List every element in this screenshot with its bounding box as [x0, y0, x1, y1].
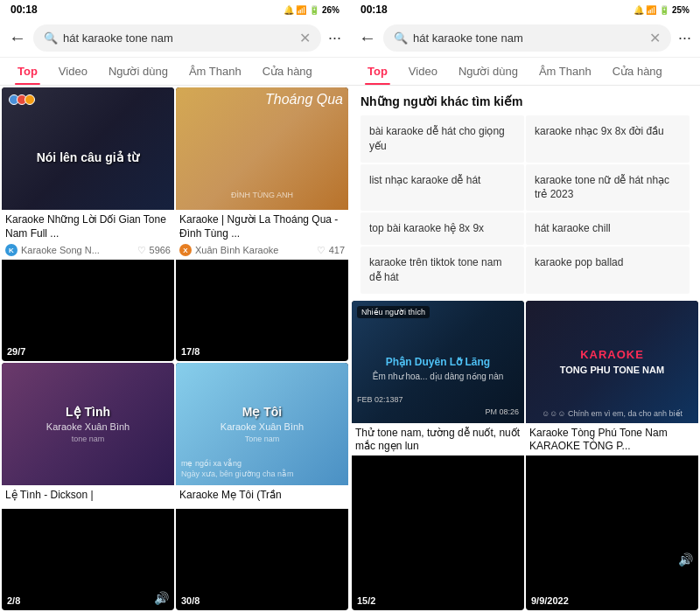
video-title-area-2: Karaoke | Người La Thoáng Qua - Đình Tùn…	[176, 210, 348, 242]
tabs-right: Top Video Người dùng Âm Thanh Cửa hàng	[350, 58, 700, 86]
tab-top-right[interactable]: Top	[357, 58, 398, 85]
thumb-text-r2c: ☺☺☺ Chính em vì em, da cho anh biết	[542, 409, 682, 418]
tab-video-right[interactable]: Video	[398, 58, 448, 85]
heart-icon-1: ♡	[137, 245, 146, 256]
search-query-left: hát karaoke tone nam	[63, 31, 294, 45]
video-title-area-1: Karaoke Những Lời Dối Gian Tone Nam Full…	[2, 210, 174, 242]
search-wrap-right[interactable]: 🔍 hát karaoke tone nam ✕	[383, 24, 671, 52]
search-bar-right: ← 🔍 hát karaoke tone nam ✕ ···	[350, 19, 700, 58]
suggestion-5[interactable]: top bài karaoke hệ 8x 9x	[360, 212, 524, 245]
sound-icon-r2: 🔊	[678, 553, 693, 567]
screen-right: 00:18 🔔 📶 🔋 25% ← 🔍 hát karaoke tone nam…	[350, 0, 700, 612]
video-count-3: 2/8	[7, 595, 20, 606]
video-count-2: 17/8	[181, 346, 200, 357]
tab-users-left[interactable]: Người dùng	[98, 58, 178, 85]
video-card-3[interactable]: Lệ Tình Karaoke Xuân Bình tone nam 2/8 🔊…	[2, 363, 174, 610]
video-count-r2: 9/9/2022	[531, 595, 569, 606]
video-title-area-r2: Karaoke Tòng Phú Tone Nam KARAOKE TÒNG P…	[526, 423, 698, 456]
suggestion-1[interactable]: bài karaoke dễ hát cho giọng yếu	[360, 115, 524, 163]
status-bar-right: 00:18 🔔 📶 🔋 25%	[350, 0, 700, 19]
video-meta-1: K Karaoke Song N... ♡ 5966	[2, 242, 174, 260]
thumb-text-r2b: TONG PHU TONE NAM	[560, 365, 664, 375]
suggestions-grid: bài karaoke dễ hát cho giọng yếu karaoke…	[360, 115, 690, 294]
thumb-lyric-4: Ngày xưa, bên giường cha nằm	[181, 469, 294, 478]
suggestion-4[interactable]: karaoke tone nữ dễ hát nhạc trẻ 2023	[526, 164, 690, 212]
search-bar-left: ← 🔍 hát karaoke tone nam ✕ ···	[0, 19, 350, 58]
video-card-r1[interactable]: Nhiều người thích Phận Duyên Lỡ Lãng Êm …	[352, 301, 524, 610]
clear-button-left[interactable]: ✕	[299, 30, 311, 46]
avatar-1: K	[5, 244, 18, 256]
likes-2: 417	[329, 245, 345, 255]
video-card-1[interactable]: Nói lên câu giả từ 29/7 Karaoke Những Lờ…	[2, 87, 174, 361]
tab-video-left[interactable]: Video	[48, 58, 98, 85]
thumb-text-3a: Lệ Tình	[66, 405, 110, 419]
video-meta-3	[2, 504, 174, 509]
thumb-sub-4: mẹ ngồi xa vắng	[181, 459, 242, 468]
thumb-text-4a: Mẹ Tôi	[242, 405, 283, 419]
video-title-r1: Thử tone nam, tường dễ nuốt, nuốt mắc ng…	[355, 427, 521, 454]
suggestion-7[interactable]: karaoke trên tiktok tone nam dễ hát	[360, 247, 524, 294]
channel-2: Xuân Bình Karaoke	[195, 245, 313, 255]
thumb-text-4b: Karaoke Xuân Bình	[220, 421, 304, 432]
likes-1: 5966	[150, 245, 171, 255]
heart-icon-2: ♡	[317, 245, 326, 256]
tab-top-left[interactable]: Top	[7, 58, 48, 85]
tab-audio-right[interactable]: Âm Thanh	[528, 58, 602, 85]
video-title-area-4: Karaoke Mẹ Tôi (Trần	[176, 485, 348, 504]
video-count-4: 30/8	[181, 595, 200, 606]
video-meta-2: X Xuân Bình Karaoke ♡ 417	[176, 242, 348, 260]
tab-users-right[interactable]: Người dùng	[448, 58, 528, 85]
status-bar-left: 00:18 🔔 📶 🔋 26%	[0, 0, 350, 19]
thumb-text-3b: Karaoke Xuân Bình	[46, 421, 130, 432]
suggestion-6[interactable]: hát karaoke chill	[526, 212, 690, 245]
back-button-left[interactable]: ←	[9, 28, 26, 48]
tabs-left: Top Video Người dùng Âm Thanh Cửa hàng	[0, 58, 350, 86]
search-query-right: hát karaoke tone nam	[413, 31, 644, 45]
thumb-text-r2a: KARAOKE	[580, 348, 644, 361]
video-card-r2[interactable]: KARAOKE TONG PHU TONE NAM ☺☺☺ Chính em v…	[526, 301, 698, 610]
search-wrap-left[interactable]: 🔍 hát karaoke tone nam ✕	[33, 24, 321, 52]
search-icon-left: 🔍	[44, 31, 58, 45]
badge-popular: Nhiều người thích	[357, 306, 430, 318]
time-left: 00:18	[10, 3, 38, 16]
video-grid-left: Nói lên câu giả từ 29/7 Karaoke Những Lờ…	[0, 86, 350, 612]
video-count-1: 29/7	[7, 346, 25, 357]
signal-icons-left: 🔔 📶 🔋 26%	[284, 5, 340, 15]
video-title-area-r1: Thử tone nam, tường dễ nuốt, nuốt mắc ng…	[352, 423, 524, 456]
video-count-r1: 15/2	[357, 595, 375, 606]
thumb-text-r1a: Phận Duyên Lỡ Lãng	[373, 356, 504, 368]
video-title-area-3: Lệ Tình - Dickson |	[2, 485, 174, 504]
back-button-right[interactable]: ←	[359, 28, 376, 48]
right-video-grid: Nhiều người thích Phận Duyên Lỡ Lãng Êm …	[350, 299, 700, 612]
tab-audio-left[interactable]: Âm Thanh	[178, 58, 252, 85]
video-title-1: Karaoke Những Lời Dối Gian Tone Nam Full…	[5, 213, 171, 240]
vid-time-r1: PM 08:26	[485, 407, 519, 416]
suggestions-section: Những người khác tìm kiếm bài karaoke dễ…	[350, 86, 700, 299]
video-title-4: Karaoke Mẹ Tôi (Trần	[179, 489, 345, 503]
clear-button-right[interactable]: ✕	[649, 30, 661, 46]
video-title-3: Lệ Tình - Dickson |	[5, 489, 171, 503]
more-button-right[interactable]: ···	[678, 29, 691, 47]
signal-icons-right: 🔔 📶 🔋 25%	[634, 5, 690, 15]
suggestion-3[interactable]: list nhạc karaoke dễ hát	[360, 164, 524, 212]
suggestions-title: Những người khác tìm kiếm	[360, 94, 690, 108]
status-icons-right: 🔔 📶 🔋 25%	[634, 5, 690, 15]
thumb-tag-3: tone nam	[72, 435, 105, 443]
tab-store-left[interactable]: Cửa hàng	[252, 58, 323, 85]
video-card-2[interactable]: Thoáng Qua ĐÌNH TÙNG ANH 17/8 Karaoke | …	[176, 87, 348, 361]
tab-store-right[interactable]: Cửa hàng	[602, 58, 673, 85]
more-button-left[interactable]: ···	[328, 29, 341, 47]
screen-left: 00:18 🔔 📶 🔋 26% ← 🔍 hát karaoke tone nam…	[0, 0, 350, 612]
thumb-tag-4: Tone nam	[245, 435, 280, 443]
video-card-4[interactable]: Mẹ Tôi Karaoke Xuân Bình Tone nam mẹ ngồ…	[176, 363, 348, 610]
thumb-text-r1b: Êm như hoa... dịu dàng nồng nàn	[373, 372, 504, 381]
suggestion-2[interactable]: karaoke nhạc 9x 8x đời đầu	[526, 115, 690, 163]
thumb-text-1: Nói lên câu giả từ	[37, 150, 140, 164]
vid-date-r1: FEB 02:1387	[357, 395, 403, 404]
sound-icon-3: 🔊	[154, 591, 169, 605]
time-right: 00:18	[360, 3, 388, 16]
status-icons-left: 🔔 📶 🔋 26%	[284, 5, 340, 15]
avatar-2: X	[179, 244, 192, 256]
suggestion-8[interactable]: karaoke pop ballad	[526, 247, 690, 294]
video-title-r2: Karaoke Tòng Phú Tone Nam KARAOKE TÒNG P…	[529, 427, 695, 454]
